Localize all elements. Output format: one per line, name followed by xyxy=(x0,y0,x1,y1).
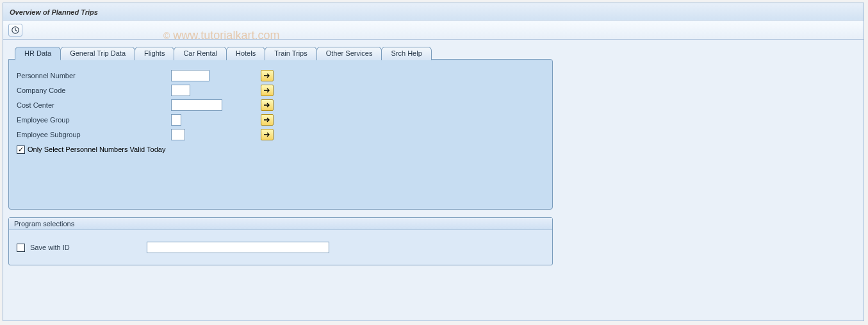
arrow-right-icon xyxy=(263,131,271,138)
cost-center-multi-select-button[interactable] xyxy=(261,99,274,111)
save-with-id-checkbox[interactable] xyxy=(17,244,25,252)
application-toolbar xyxy=(3,21,864,40)
execute-clock-icon xyxy=(11,26,20,35)
employee-group-input[interactable] xyxy=(171,114,181,126)
tab-car-rental[interactable]: Car Rental xyxy=(174,47,227,60)
personnel-number-multi-select-button[interactable] xyxy=(261,70,274,81)
tab-flights[interactable]: Flights xyxy=(135,47,174,60)
employee-subgroup-input[interactable] xyxy=(171,129,185,140)
only-valid-today-label: Only Select Personnel Numbers Valid Toda… xyxy=(28,146,165,153)
employee-subgroup-multi-select-button[interactable] xyxy=(261,129,274,140)
tab-hotels[interactable]: Hotels xyxy=(226,47,265,60)
cost-center-label: Cost Center xyxy=(14,101,171,109)
tab-train-trips[interactable]: Train Trips xyxy=(265,47,317,60)
arrow-right-icon xyxy=(263,87,271,94)
tab-strip: HR Data General Trip Data Flights Car Re… xyxy=(15,46,858,60)
save-with-id-label: Save with ID xyxy=(30,244,70,251)
employee-group-multi-select-button[interactable] xyxy=(261,114,274,126)
svg-line-2 xyxy=(15,30,17,31)
company-code-label: Company Code xyxy=(14,87,171,94)
save-with-id-input[interactable] xyxy=(147,242,329,253)
company-code-multi-select-button[interactable] xyxy=(261,85,274,96)
hr-data-panel: Personnel Number Company Code Co xyxy=(8,59,553,210)
tab-other-services[interactable]: Other Services xyxy=(316,47,382,60)
employee-group-label: Employee Group xyxy=(14,116,171,124)
main-frame: Overview of Planned Trips © © www.tutori… xyxy=(3,3,864,321)
tab-general-trip-data[interactable]: General Trip Data xyxy=(60,47,135,60)
cost-center-input[interactable] xyxy=(171,99,222,111)
company-code-input[interactable] xyxy=(171,85,190,96)
arrow-right-icon xyxy=(263,117,271,123)
tab-srch-help[interactable]: Srch Help xyxy=(381,47,431,60)
only-valid-today-checkbox[interactable] xyxy=(17,146,25,154)
arrow-right-icon xyxy=(263,102,271,108)
program-selections-header: Program selections xyxy=(9,218,552,230)
personnel-number-input[interactable] xyxy=(171,70,209,81)
personnel-number-label: Personnel Number xyxy=(14,72,171,79)
tab-hr-data[interactable]: HR Data xyxy=(15,47,61,60)
arrow-right-icon xyxy=(263,72,271,79)
title-bar: Overview of Planned Trips xyxy=(3,3,864,21)
employee-subgroup-label: Employee Subgroup xyxy=(14,131,171,138)
page-title: Overview of Planned Trips xyxy=(10,8,98,16)
execute-button[interactable] xyxy=(8,24,22,37)
program-selections-section: Program selections Save with ID xyxy=(8,217,553,265)
content-area: HR Data General Trip Data Flights Car Re… xyxy=(3,40,864,272)
